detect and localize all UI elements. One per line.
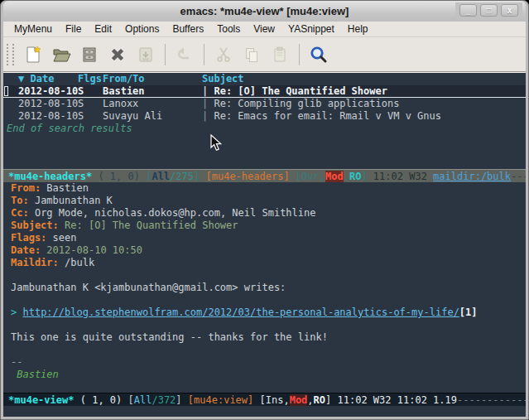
menu-tools[interactable]: Tools: [211, 22, 246, 36]
quote-marker: >: [11, 307, 22, 318]
menu-mymenu[interactable]: MyMenu: [8, 22, 58, 36]
column-header-flags[interactable]: Flgs: [78, 73, 103, 85]
body-intro-line: Jambunathan K <kjambunathan@gmail.com> w…: [3, 282, 526, 294]
modeline-filter: All: [134, 394, 152, 406]
message-row[interactable]: 2012-08-10 S Suvayu Ali | Re: Emacs for …: [3, 110, 526, 123]
blank-line: [3, 294, 526, 307]
view-empty-space: [3, 381, 526, 393]
paste-clipboard-icon[interactable]: [267, 42, 292, 67]
mu4e-headers-window: ▼ Date Flgs From/To Subject 2012-08-10 S…: [3, 73, 526, 182]
column-header-date[interactable]: ▼ Date: [12, 73, 78, 85]
modeline-major-mode: [mu4e-headers]: [205, 171, 289, 182]
headers-empty-space: [3, 135, 526, 169]
end-of-search-results-text: End of search results: [3, 123, 526, 135]
modeline-modified-flag: Mod: [325, 171, 344, 182]
modeline-filter: All: [151, 171, 170, 182]
blank-line: [3, 269, 526, 282]
undo-icon[interactable]: [172, 42, 197, 67]
modeline-time-info: 11:02 W32: [373, 171, 433, 182]
row-flags: S: [78, 98, 103, 110]
toolbar-drag-handle[interactable]: [7, 44, 14, 65]
field-cc: Cc: Org Mode, nicholas.dokos@hp.com, Nei…: [3, 207, 526, 220]
search-magnifier-icon[interactable]: [306, 42, 331, 67]
cut-scissors-icon[interactable]: [211, 42, 236, 67]
row-from: Suvayu Ali: [103, 110, 202, 123]
row-from: Lanoxx: [103, 98, 202, 110]
title-bar[interactable]: emacs: *mu4e-view* [mu4e:view] _ □ x: [3, 1, 526, 22]
left-fringe: [3, 73, 12, 85]
body-text-line: This one is quite outstanding -- thanks …: [3, 331, 526, 344]
field-date: Date: 2012-08-10 10:50: [3, 244, 526, 257]
modeline-major-mode: [mu4e:view]: [188, 394, 253, 406]
body-link-line: > http://blog.stephenwolfram.com/2012/03…: [3, 307, 526, 319]
row-subject: | Re: Compiling glib applications: [202, 98, 526, 110]
mu4e-view-window: From: Bastien To: Jambunathan K Cc: Org …: [3, 182, 526, 406]
row-date: 2012-08-10: [12, 85, 78, 97]
message-row[interactable]: 2012-08-10 S Lanoxx | Re: Compiling glib…: [3, 98, 526, 110]
field-maildir: Maildir: /bulk: [3, 257, 526, 269]
modeline-readonly-flag: RO: [349, 171, 361, 182]
sort-direction-icon: ▼: [18, 73, 24, 84]
open-folder-icon[interactable]: [49, 42, 74, 67]
field-from: From: Bastien: [3, 182, 526, 195]
modeline-modified-flag: Mod: [290, 394, 308, 406]
left-fringe: [3, 110, 12, 123]
menu-view[interactable]: View: [248, 22, 281, 36]
modeline-position: ( 1, 0): [74, 394, 127, 406]
row-from: Bastien: [103, 85, 202, 97]
left-fringe: [3, 98, 12, 110]
column-header-from[interactable]: From/To: [103, 73, 202, 85]
close-buffer-x-icon[interactable]: [105, 42, 130, 67]
editor-area: ▼ Date Flgs From/To Subject 2012-08-10 S…: [3, 72, 526, 417]
field-subject: Subject: Re: [O] The Quantified Shower: [3, 220, 526, 232]
body-url-link[interactable]: http://blog.stephenwolfram.com/2012/03/t…: [22, 307, 459, 318]
copy-icon[interactable]: [239, 42, 264, 67]
modeline-readonly-flag: RO: [314, 394, 325, 406]
menu-yasnippet[interactable]: YASnippet: [282, 22, 340, 36]
modeline-ins-flag: Ins: [266, 394, 284, 406]
link-reference-number: [1]: [459, 307, 478, 318]
field-flags: Flags: seen: [3, 232, 526, 244]
mu4e-view-modeline: *mu4e-view* ( 1, 0) [All/372] [mu4e:view…: [3, 393, 526, 406]
signature-separator: --: [3, 356, 526, 369]
field-to: To: Jambunathan K: [3, 195, 526, 207]
maximize-button[interactable]: □: [480, 4, 498, 17]
menu-bar: MyMenu File Edit Options Buffers Tools V…: [3, 22, 526, 37]
mu4e-headers-modeline: *mu4e-headers* ( 1, 0) [All/275] [mu4e-h…: [3, 169, 526, 182]
menu-help[interactable]: Help: [342, 22, 374, 36]
minimize-button[interactable]: _: [459, 4, 477, 17]
menu-buffers[interactable]: Buffers: [166, 22, 209, 36]
row-subject: | Re: Emacs for email: Rmail v VM v Gnus: [202, 110, 526, 123]
row-flags: S: [78, 85, 103, 97]
left-fringe: [3, 85, 12, 97]
save-icon[interactable]: [133, 42, 158, 67]
message-row-selected[interactable]: 2012-08-10 S Bastien | Re: [O] The Quant…: [3, 85, 526, 98]
menu-options[interactable]: Options: [119, 22, 165, 36]
close-button[interactable]: x: [501, 4, 518, 17]
minibuffer-echo-area[interactable]: [3, 406, 526, 417]
modeline-buffer-name: *mu4e-view*: [8, 394, 74, 406]
fringe-cursor-icon: [4, 86, 8, 96]
menu-edit[interactable]: Edit: [89, 22, 118, 36]
row-flags: S: [78, 110, 103, 123]
mouse-pointer-icon: [210, 134, 222, 152]
modeline-time-info: 11:02 W32 11:02 1.19: [338, 394, 458, 406]
modeline-position: ( 1, 0): [92, 171, 146, 182]
menu-file[interactable]: File: [60, 22, 87, 36]
modeline-message-count: 275: [176, 171, 194, 182]
modeline-message-count: 372: [158, 394, 176, 406]
window-controls: _ □ x: [455, 2, 522, 20]
modeline-ovr-flag: Ovr: [301, 171, 320, 182]
toolbar-separator: [165, 44, 166, 65]
column-header-subject[interactable]: Subject: [202, 73, 526, 85]
toolbar-separator: [204, 44, 204, 65]
new-file-icon[interactable]: [21, 42, 46, 67]
tool-bar: [3, 37, 526, 72]
headers-column-row: ▼ Date Flgs From/To Subject: [3, 73, 526, 85]
maildir-link[interactable]: maildir:/bulk: [433, 171, 511, 182]
directory-cabinet-icon[interactable]: [77, 42, 102, 67]
row-date: 2012-08-10: [12, 98, 78, 110]
toolbar-separator: [299, 44, 300, 65]
row-subject: | Re: [O] The Quantified Shower: [202, 85, 526, 97]
modeline-buffer-name: *mu4e-headers*: [8, 171, 92, 182]
